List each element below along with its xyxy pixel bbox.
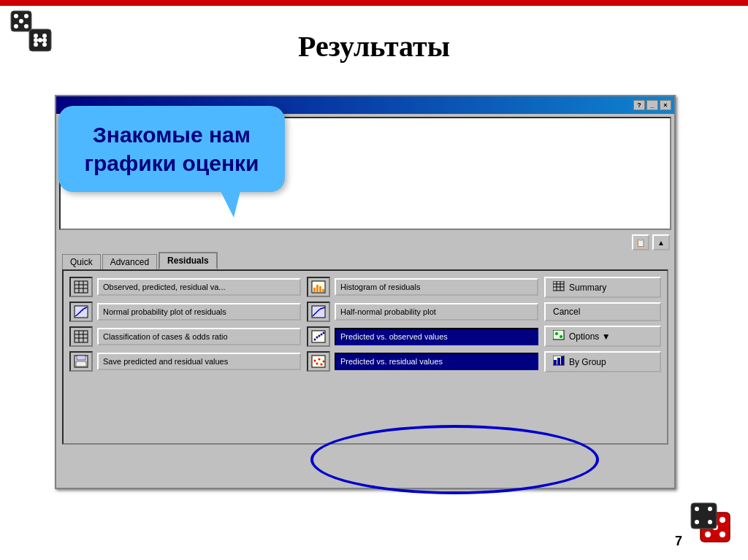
svg-point-67 (708, 520, 712, 524)
svg-point-43 (316, 363, 318, 365)
summary-label: Summary (569, 283, 606, 293)
svg-rect-56 (554, 360, 557, 365)
options-icon (553, 330, 565, 342)
summary-icon (553, 281, 565, 294)
svg-point-3 (14, 24, 18, 28)
pred-obs-icon (307, 326, 330, 347)
svg-rect-33 (322, 289, 324, 292)
svg-point-36 (314, 339, 316, 341)
svg-rect-30 (313, 288, 316, 292)
svg-rect-28 (76, 361, 86, 367)
bottom-page-number: 7 (675, 534, 682, 549)
svg-rect-21 (75, 331, 88, 342)
svg-rect-32 (319, 286, 321, 292)
save-icon (69, 351, 93, 372)
callout-bubble: Знакомые нам графики оценки (58, 106, 285, 192)
save-button[interactable]: Save predicted and residual values (97, 353, 301, 370)
svg-point-66 (695, 507, 699, 511)
svg-rect-65 (691, 503, 717, 529)
minimize-button[interactable]: _ (646, 100, 658, 110)
close-button[interactable]: × (660, 100, 671, 110)
action-row-2: Normal probability plot of residuals (69, 302, 301, 322)
cancel-button[interactable]: Cancel (544, 302, 661, 321)
copy-button[interactable]: 📋 (632, 234, 649, 250)
svg-point-53 (555, 332, 558, 335)
observed-icon (69, 277, 93, 297)
svg-rect-31 (316, 285, 318, 292)
histogram-button[interactable]: Histogram of residuals (335, 278, 538, 296)
svg-point-54 (560, 335, 562, 338)
tab-quick[interactable]: Quick (62, 254, 101, 269)
svg-point-5 (19, 19, 23, 23)
normal-prob-button[interactable]: Normal probability plot of residuals (97, 303, 301, 321)
svg-point-62 (705, 532, 711, 537)
svg-rect-52 (553, 330, 564, 340)
help-button[interactable]: ? (633, 100, 645, 110)
svg-rect-27 (77, 356, 85, 360)
svg-point-42 (314, 360, 316, 362)
svg-point-45 (321, 364, 323, 366)
page-title: Результаты (0, 29, 748, 64)
cancel-label: Cancel (553, 307, 580, 317)
arrow-button[interactable]: ▲ (652, 234, 670, 250)
svg-point-38 (318, 335, 321, 337)
svg-rect-47 (553, 281, 564, 291)
titlebar-buttons: ? _ × (633, 100, 671, 110)
action-row-3: Classification of cases & odds ratio (69, 326, 301, 347)
svg-point-39 (321, 334, 323, 336)
options-button[interactable]: Options ▼ (544, 326, 661, 347)
bygroup-icon (553, 356, 565, 368)
svg-point-4 (24, 14, 28, 18)
middle-panel: Histogram of residuals Half-normal proba… (307, 277, 538, 437)
svg-rect-57 (557, 358, 560, 365)
action-row-1: Observed, predicted, residual va... (69, 277, 301, 297)
predicted-residual-button[interactable]: Predicted vs. residual values (335, 353, 538, 370)
bygroup-label: By Group (569, 357, 606, 367)
predicted-observed-button[interactable]: Predicted vs. observed values (335, 328, 538, 345)
classification-button[interactable]: Classification of cases & odds ratio (97, 328, 301, 345)
predicted-residual-row: Predicted vs. residual values (307, 351, 538, 372)
tabs-row: Quick Advanced Residuals (56, 252, 674, 269)
svg-point-61 (720, 517, 725, 523)
content-area: Observed, predicted, residual va... Norm… (62, 269, 668, 445)
svg-point-2 (24, 24, 28, 28)
observed-button[interactable]: Observed, predicted, residual va... (97, 278, 301, 296)
hist-row: Histogram of residuals (307, 277, 538, 297)
svg-point-40 (323, 332, 325, 334)
action-row-4: Save predicted and residual values (69, 351, 301, 372)
svg-point-44 (318, 358, 321, 361)
pred-res-icon (307, 351, 330, 372)
svg-point-37 (316, 337, 318, 339)
callout-text: Знакомые нам графики оценки (77, 120, 267, 177)
options-label: Options ▼ (569, 331, 611, 342)
svg-point-63 (720, 532, 725, 537)
halfnormal-button[interactable]: Half-normal probability plot (335, 303, 538, 321)
halfnormal-icon (307, 302, 330, 322)
toolbar-area: 📋 ▲ (56, 233, 674, 252)
svg-point-1 (14, 14, 18, 18)
tab-advanced[interactable]: Advanced (102, 254, 157, 269)
predicted-observed-row: Predicted vs. observed values (307, 326, 538, 347)
top-decorative-line (0, 0, 748, 6)
histogram-icon (307, 277, 330, 297)
left-panel: Observed, predicted, residual va... Norm… (69, 277, 301, 437)
bygroup-button[interactable]: By Group (544, 351, 661, 372)
tab-residuals[interactable]: Residuals (159, 252, 218, 269)
svg-rect-14 (75, 281, 88, 293)
svg-point-46 (323, 361, 325, 363)
svg-point-68 (695, 520, 699, 524)
classification-icon (69, 326, 93, 347)
right-panel: Summary Cancel Options ▼ (544, 277, 661, 437)
svg-rect-58 (561, 356, 564, 365)
halfnormal-row: Half-normal probability plot (307, 302, 538, 322)
summary-button[interactable]: Summary (544, 277, 661, 298)
normal-prob-icon (69, 302, 93, 322)
dice-icon-bottomright (690, 502, 741, 553)
svg-point-69 (708, 507, 712, 511)
